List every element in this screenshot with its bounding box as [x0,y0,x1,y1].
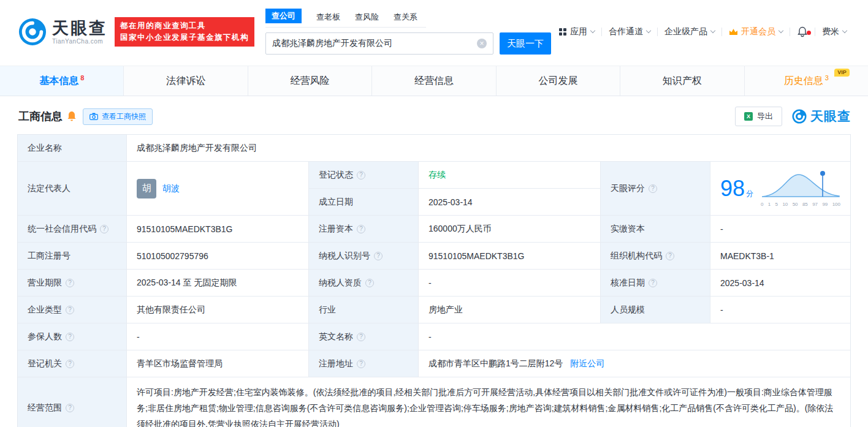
chevron-down-icon [842,28,847,33]
help-icon[interactable]: ? [66,333,74,341]
help-icon[interactable]: ? [357,360,365,368]
nav-user[interactable]: 费米 [815,26,853,37]
section-tools: X 导出 天眼查 [735,107,851,126]
field-value-taxpayer-quality: - [419,270,601,297]
field-label-org-code: 组织机构代码 ? [601,243,710,270]
section-title: 工商信息 [18,109,63,124]
tianyancha-watermark: 天眼查 [792,108,851,125]
search-tab-boss[interactable]: 查老板 [316,11,340,23]
tab-operation-risk-label: 经营风险 [291,75,330,88]
field-label-company-type: 企业类型 ? [18,297,127,323]
tab-intellectual-property[interactable]: 知识产权 [620,66,744,96]
field-value-company-name: 成都兆泽麟房地产开发有限公司 [127,135,850,162]
field-label-business-scope: 经营范围 ? [18,377,127,427]
search-area: 查公司 查老板 查风险 查关系 × 天眼一下 [265,9,551,55]
search-tab-relation[interactable]: 查关系 [394,11,417,23]
field-label-reg-capital: 注册资本 ? [309,216,419,243]
vip-badge: VIP [834,69,850,77]
nav-enterprise-products[interactable]: 企业级产品 [658,26,721,37]
field-value-english-name: - [419,323,850,350]
search-row: × 天眼一下 [265,32,551,55]
field-label-business-term: 营业期限 ? [18,270,127,297]
site-header: 天眼查 TianYanCha.com 都在用的商业查询工具 国家中小企业发展子基… [0,0,868,61]
help-icon[interactable]: ? [374,252,383,260]
field-value-paid-capital: - [710,216,850,243]
help-icon[interactable]: ? [357,171,365,179]
brand-name: 天眼查 [52,19,107,37]
help-icon[interactable]: ? [66,360,74,368]
help-icon[interactable]: ? [649,184,657,193]
field-label-reg-address: 注册地址 ? [309,350,419,377]
help-icon[interactable]: ? [357,225,365,233]
score-distribution-chart: 01 510 5085 9799 100 [761,170,840,207]
field-value-approval-date: 2025-03-14 [710,270,850,297]
tab-operation-risk[interactable]: 经营风险 [248,66,372,96]
help-icon[interactable]: ? [357,333,365,341]
help-icon[interactable]: ? [365,279,374,287]
field-value-credit-code: 91510105MAEDKT3B1G [127,216,309,243]
field-label-taxpayer-quality: 纳税人资质 ? [309,270,419,297]
nav-apps-label: 应用 [570,26,587,37]
search-tabs: 查公司 查老板 查风险 查关系 [265,9,426,28]
search-tab-company[interactable]: 查公司 [265,9,302,23]
nav-apps[interactable]: 应用 [552,26,601,37]
field-label-approval-date: 核准日期 ? [601,270,710,297]
field-label-reg-number: 工商注册号 [18,243,127,270]
tab-basic-info[interactable]: 基本信息 8 [0,66,124,96]
top-nav: 应用 合作通道 企业级产品 开通会员 [552,26,853,37]
crown-icon [729,28,738,36]
legal-rep-avatar[interactable]: 胡 [137,179,156,198]
chevron-down-icon [590,28,595,33]
field-label-staff-size: 人员规模 [601,297,710,323]
field-value-insured-count: - [127,323,309,350]
brand-domain: TianYanCha.com [52,38,107,45]
tab-operation-info-label: 经营信息 [414,75,454,88]
nav-user-label: 费米 [822,26,839,37]
tab-history-info[interactable]: 历史信息 3 VIP [745,66,868,96]
tab-legal-litigation-label: 法律诉讼 [166,75,205,88]
nav-cooperation[interactable]: 合作通道 [602,26,657,37]
nav-enterprise-products-label: 企业级产品 [664,26,707,37]
field-value-reg-number: 510105002795796 [127,243,309,270]
view-snapshot-button[interactable]: 查看工商快照 [83,108,153,125]
legal-rep-link[interactable]: 胡波 [162,183,180,194]
subscribe-bell-icon[interactable] [67,111,77,122]
notification-bell[interactable] [790,26,815,37]
clear-icon[interactable]: × [477,39,487,48]
search-input[interactable] [272,39,477,48]
slogan-line-1: 都在用的商业查询工具 [120,20,249,32]
field-label-establish-date: 成立日期 [309,189,419,216]
view-snapshot-label: 查看工商快照 [102,111,146,122]
watermark-label: 天眼查 [810,108,851,125]
help-icon[interactable]: ? [66,404,74,412]
field-value-staff-size: - [710,297,850,323]
field-label-taxpayer-id: 纳税人识别号 ? [309,243,419,270]
search-button[interactable]: 天眼一下 [500,32,551,55]
export-button[interactable]: X 导出 [735,107,782,126]
help-icon[interactable]: ? [666,252,674,260]
search-tab-risk[interactable]: 查风险 [355,11,379,23]
slogan-line-2: 国家中小企业发展子基金旗下机构 [120,32,249,43]
nearby-companies-link[interactable]: 附近公司 [570,358,604,369]
tab-legal-litigation[interactable]: 法律诉讼 [124,66,248,96]
help-icon[interactable]: ? [66,306,74,314]
tab-company-development-label: 公司发展 [538,75,577,88]
help-icon[interactable]: ? [66,279,74,287]
help-icon[interactable]: ? [100,225,108,233]
main-tabs: 基本信息 8 法律诉讼 经营风险 经营信息 公司发展 知识产权 历史信息 3 V… [0,66,868,96]
field-value-company-type: 其他有限责任公司 [127,297,309,323]
field-value-reg-address: 成都市青羊区中鹏路1号二层附12号 附近公司 [419,350,850,377]
tab-basic-info-count: 8 [80,74,84,81]
chevron-down-icon [710,28,715,33]
field-label-insured-count: 参保人数 ? [18,323,127,350]
score-number: 98 分 [720,178,753,200]
help-icon[interactable]: ? [649,279,657,287]
nav-open-membership[interactable]: 开通会员 [722,26,790,37]
tianyancha-logo[interactable]: 天眼查 TianYanCha.com [18,18,107,46]
field-value-org-code: MAEDKT3B-1 [710,243,850,270]
tab-company-development[interactable]: 公司发展 [497,66,620,96]
camera-icon [89,113,98,120]
tab-operation-info[interactable]: 经营信息 [372,66,496,96]
field-value-reg-status: 存续 [419,162,601,189]
section-header: 工商信息 查看工商快照 X 导出 天眼查 [0,96,868,134]
